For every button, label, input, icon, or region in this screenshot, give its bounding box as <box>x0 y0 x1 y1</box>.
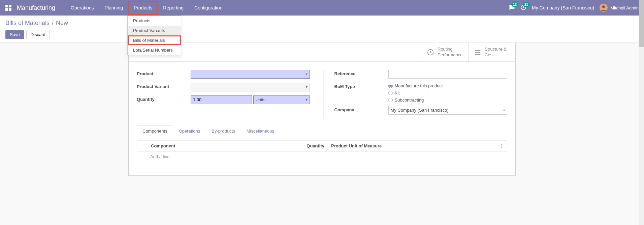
svg-point-2 <box>602 5 605 8</box>
chevron-down-icon: ▾ <box>306 72 308 76</box>
bom-type-label: BoM Type <box>334 83 388 89</box>
nav-item-operations[interactable]: Operations <box>65 1 99 15</box>
nav-item-configuration[interactable]: Configuration <box>189 1 228 15</box>
messages-icon[interactable]: 12 <box>509 4 515 11</box>
bom-type-option-2[interactable]: Subcontracting <box>388 97 508 103</box>
bom-type-option-0[interactable]: Manufacture this product <box>388 83 508 88</box>
product-variant-select[interactable]: ▾ <box>191 83 310 91</box>
discard-button[interactable]: Discard <box>26 30 50 39</box>
structure-cost-button[interactable]: Structure & Cost <box>468 43 515 61</box>
routing-performance-button[interactable]: Routing Performance <box>421 43 468 61</box>
nav-menu: OperationsPlanningProductsReportingConfi… <box>65 1 228 15</box>
svg-rect-5 <box>475 52 481 53</box>
vertical-scrollbar[interactable] <box>639 0 644 176</box>
company-select[interactable]: My Company (San Francisco) ▾ <box>388 106 508 115</box>
quantity-label: Quantity <box>137 95 191 102</box>
products-dropdown: ProductsProduct VariantsBills of Materia… <box>127 16 181 55</box>
col-quantity[interactable]: Quantity <box>294 140 328 151</box>
reference-input[interactable] <box>388 70 508 79</box>
tab-miscellaneous[interactable]: Miscellaneous <box>241 125 280 136</box>
product-variant-label: Product Variant <box>137 83 191 89</box>
nav-item-planning[interactable]: Planning <box>99 1 129 15</box>
user-name: Mitchell Admin <box>610 5 639 10</box>
chevron-down-icon: ▾ <box>503 108 505 112</box>
radio-icon <box>388 84 393 88</box>
chevron-down-icon: ▾ <box>306 98 308 102</box>
quantity-unit-select[interactable]: Units ▾ <box>253 95 310 104</box>
breadcrumb-active: New <box>56 20 68 26</box>
user-menu[interactable]: Mitchell Admin <box>600 4 639 12</box>
dropdown-item-bills-of-materials[interactable]: Bills of Materials <box>128 35 181 45</box>
messages-badge: 12 <box>511 2 518 7</box>
col-uom[interactable]: Product Unit of Measure <box>328 140 496 151</box>
activities-icon[interactable]: 21 <box>520 4 526 11</box>
avatar <box>600 4 608 12</box>
dropdown-item-products[interactable]: Products <box>128 16 181 26</box>
breadcrumb-root[interactable]: Bills of Materials <box>5 20 50 26</box>
dropdown-item-product-variants[interactable]: Product Variants <box>128 26 181 35</box>
svg-rect-6 <box>475 54 481 55</box>
apps-icon[interactable] <box>5 5 11 11</box>
company-label: Company <box>334 106 388 112</box>
chevron-down-icon: ▾ <box>306 85 308 89</box>
col-component[interactable]: Component <box>148 140 294 151</box>
tab-components[interactable]: Components <box>137 125 173 136</box>
components-table: Component Quantity Product Unit of Measu… <box>137 140 507 151</box>
activities-badge: 21 <box>523 2 530 7</box>
reference-label: Reference <box>334 70 388 76</box>
radio-icon <box>388 91 393 95</box>
add-line-link[interactable]: Add a line <box>137 151 507 162</box>
bars-icon <box>474 49 481 56</box>
notebook-tabs: ComponentsOperationsBy-productsMiscellan… <box>137 125 507 136</box>
product-select[interactable]: ▾ <box>191 70 310 79</box>
company-switcher[interactable]: My Company (San Francisco) <box>532 5 594 10</box>
product-label: Product <box>137 70 191 76</box>
bom-type-radio-group: Manufacture this productKitSubcontractin… <box>388 83 508 103</box>
nav-item-products[interactable]: Products <box>128 1 158 15</box>
nav-item-reporting[interactable]: Reporting <box>158 1 189 15</box>
save-button[interactable]: Save <box>5 30 24 39</box>
tab-by-products[interactable]: By-products <box>206 125 240 136</box>
app-brand[interactable]: Manufacturing <box>17 4 55 11</box>
breadcrumb: Bills of Materials / New <box>5 20 639 27</box>
radio-icon <box>388 98 393 102</box>
tab-operations[interactable]: Operations <box>173 125 206 136</box>
quantity-input[interactable] <box>191 95 252 104</box>
svg-rect-4 <box>475 50 481 51</box>
bom-type-option-1[interactable]: Kit <box>388 90 508 95</box>
kebab-icon[interactable]: ⋮ <box>496 140 507 151</box>
clock-icon <box>427 49 434 56</box>
dropdown-item-lots-serial-numbers[interactable]: Lots/Serial Numbers <box>128 45 181 55</box>
